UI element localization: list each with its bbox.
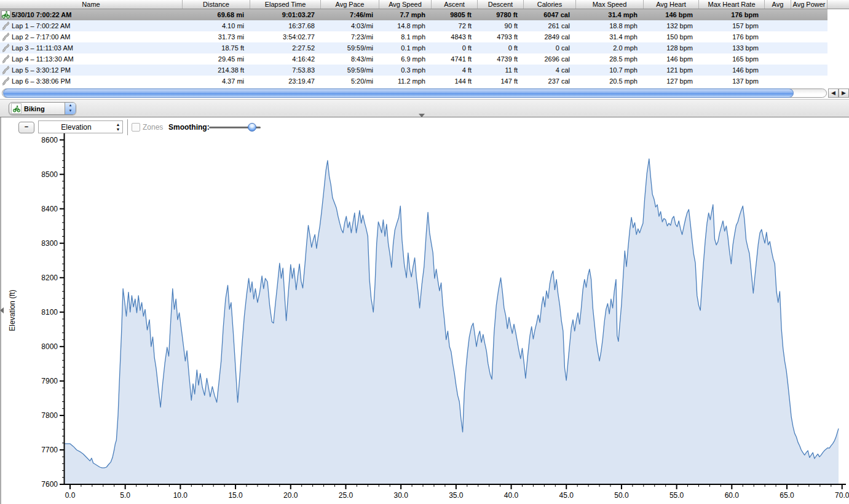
svg-text:0.0: 0.0 (65, 491, 76, 500)
series-selector-popup[interactable]: Elevation ▲▼ (38, 120, 123, 133)
column-header-name[interactable]: Name (0, 0, 183, 9)
lap-table: NameDistanceElapsed TimeAvg PaceAvg Spee… (0, 0, 849, 87)
lap-row[interactable]: Lap 6 – 3:38:06 PM4.37 mi23:19.475:20/mi… (0, 76, 827, 87)
zones-checkbox[interactable] (132, 123, 140, 132)
svg-text:40.0: 40.0 (504, 491, 519, 500)
lap-row[interactable]: Lap 2 – 7:17:00 AM31.73 mi3:54:02.777:23… (0, 31, 827, 42)
activity-selector-label: Biking (22, 105, 65, 112)
column-header-descent[interactable]: Descent (478, 0, 524, 9)
row-value-cell: 4.37 mi (183, 76, 250, 87)
column-header-distance[interactable]: Distance (183, 0, 250, 9)
svg-text:35.0: 35.0 (449, 491, 464, 500)
svg-text:8100: 8100 (41, 308, 58, 317)
road-icon (1, 77, 12, 85)
row-value-cell (791, 31, 827, 42)
svg-text:65.0: 65.0 (780, 491, 794, 500)
row-value-cell: 0.3 mph (379, 65, 432, 76)
svg-text:50.0: 50.0 (614, 491, 629, 500)
row-value-cell: 146 bpm (699, 65, 765, 76)
row-value-cell: 165 bpm (699, 53, 765, 65)
row-value-cell: 20.5 mph (576, 76, 644, 87)
column-header-avg-power[interactable]: Avg Power (791, 0, 827, 9)
row-value-cell: 144 ft (432, 76, 478, 87)
row-value-cell: 59:59/mi (321, 65, 379, 76)
slider-knob[interactable] (248, 123, 256, 132)
lap-row[interactable]: Lap 3 – 11:11:03 AM18.75 ft2:27.5259:59/… (0, 42, 827, 53)
row-value-cell: 29.45 mi (183, 53, 250, 65)
smoothing-label: Smoothing: (168, 123, 210, 132)
row-value-cell: 128 bpm (644, 42, 699, 53)
row-value-cell: 4741 ft (432, 53, 478, 65)
row-value-cell: 59:59/mi (321, 42, 379, 53)
row-value-cell: 72 ft (432, 20, 478, 31)
row-value-cell: 2:27.52 (250, 42, 321, 53)
row-value-cell: 132 bpm (644, 20, 699, 31)
svg-text:Elevation (ft): Elevation (ft) (8, 289, 17, 331)
lap-row[interactable]: Lap 4 – 11:13:30 AM29.45 mi4:16:428:43/m… (0, 53, 827, 65)
row-value-cell: 23:19.47 (250, 76, 321, 87)
column-header-avg-pace[interactable]: Avg Pace (321, 0, 379, 9)
row-value-cell: 147 ft (478, 76, 524, 87)
row-value-cell: 2696 cal (524, 53, 576, 65)
zones-checkbox-label: Zones (143, 123, 163, 132)
row-value-cell (765, 9, 791, 20)
svg-text:10.0: 10.0 (173, 491, 188, 500)
svg-text:8400: 8400 (41, 205, 58, 213)
splitter-grip-icon[interactable] (0, 307, 4, 313)
activity-summary-row[interactable]: 5/30/10 7:00:22 AM69.68 mi9:01:03.277:46… (0, 9, 827, 20)
activity-selector-popup[interactable]: Biking ▲▼ (9, 102, 76, 115)
lap-table-header: NameDistanceElapsed TimeAvg PaceAvg Spee… (0, 0, 849, 9)
series-selector-label: Elevation (39, 123, 114, 132)
svg-text:7600: 7600 (41, 480, 58, 489)
horizontal-scrollbar[interactable]: ◀ ▶ (0, 88, 849, 99)
row-value-cell: 18.8 mph (576, 20, 644, 31)
scroll-left-arrow-icon[interactable]: ◀ (828, 89, 839, 98)
lap-row[interactable]: Lap 5 – 3:30:12 PM214.38 ft7:53.8359:59/… (0, 65, 827, 76)
row-value-cell (765, 53, 791, 65)
row-name-cell: Lap 2 – 7:17:00 AM (0, 31, 183, 42)
elevation-area-chart: 7600770078007900800081008200830084008500… (1, 117, 849, 504)
smoothing-slider[interactable] (209, 123, 261, 132)
row-value-cell: 11 ft (478, 65, 524, 76)
collapse-graph-button[interactable]: − (18, 122, 34, 133)
column-header-max-heart-rate[interactable]: Max Heart Rate (699, 0, 765, 9)
scroll-right-arrow-icon[interactable]: ▶ (839, 89, 849, 98)
row-name-cell: Lap 6 – 3:38:06 PM (0, 76, 183, 87)
up-down-stepper-icon: ▲▼ (114, 122, 122, 132)
column-header-avg-speed[interactable]: Avg Speed (379, 0, 432, 9)
row-value-cell: 4793 ft (478, 31, 524, 42)
row-value-cell: 18.75 ft (183, 42, 250, 53)
column-header-ascent[interactable]: Ascent (432, 0, 478, 9)
lap-row[interactable]: Lap 1 – 7:00:22 AM4.10 mi16:37.684:03/mi… (0, 20, 827, 31)
svg-text:7700: 7700 (41, 446, 58, 454)
scrollbar-thumb[interactable] (3, 89, 794, 98)
svg-text:8300: 8300 (41, 239, 58, 248)
row-value-cell: 31.4 mph (576, 9, 644, 20)
row-value-cell: 6.9 mph (379, 53, 432, 65)
row-value-cell (791, 20, 827, 31)
row-value-cell: 4:03/mi (321, 20, 379, 31)
row-value-cell: 9780 ft (478, 9, 524, 20)
row-value-cell (765, 31, 791, 42)
road-icon (1, 55, 12, 63)
row-value-cell: 146 bpm (644, 53, 699, 65)
elevation-chart-panel: − Elevation ▲▼ Zones Smoothing: 76007700… (0, 117, 849, 504)
row-value-cell: 2849 cal (524, 31, 576, 42)
svg-text:60.0: 60.0 (725, 491, 740, 500)
row-value-cell (791, 76, 827, 87)
column-header-avg[interactable]: Avg (765, 0, 791, 9)
row-value-cell (765, 65, 791, 76)
row-value-cell (765, 42, 791, 53)
row-value-cell: 176 bpm (699, 9, 765, 20)
row-value-cell: 31.73 mi (183, 31, 250, 42)
chart-controls: − Elevation ▲▼ Zones Smoothing: (1, 119, 849, 135)
column-header-avg-heart[interactable]: Avg Heart (644, 0, 699, 9)
column-header-max-speed[interactable]: Max Speed (576, 0, 644, 9)
row-value-cell: 0 ft (432, 42, 478, 53)
column-header-calories[interactable]: Calories (524, 0, 576, 9)
row-value-cell: 4739 ft (478, 53, 524, 65)
svg-text:7900: 7900 (41, 377, 58, 385)
column-header-elapsed-time[interactable]: Elapsed Time (250, 0, 321, 9)
row-value-cell: 4843 ft (432, 31, 478, 42)
row-value-cell: 31.4 mph (576, 31, 644, 42)
